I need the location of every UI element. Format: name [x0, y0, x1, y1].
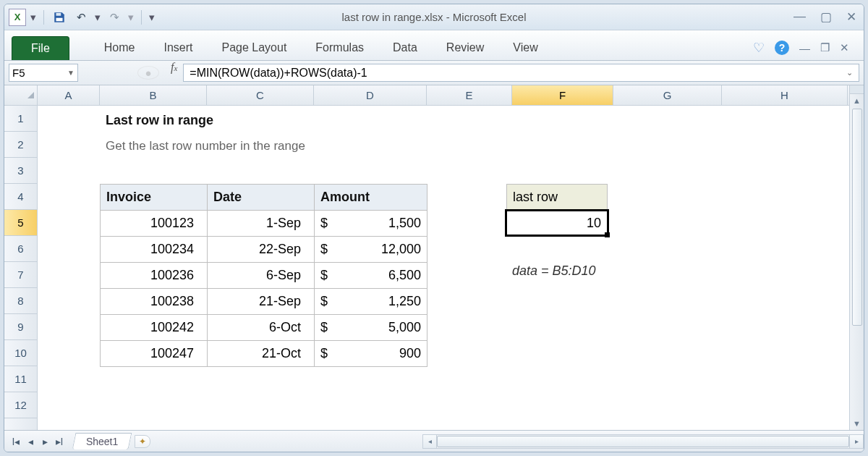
new-sheet-button[interactable]: ✦: [135, 435, 150, 448]
table-row[interactable]: 1002366-Sep$6,500: [101, 263, 427, 289]
cell-invoice[interactable]: 100242: [101, 315, 208, 341]
scroll-up-icon[interactable]: ▲: [850, 94, 864, 107]
ribbon-tab-home[interactable]: Home: [90, 35, 150, 60]
result-label-cell[interactable]: last row: [506, 184, 608, 210]
mdi-minimize-button[interactable]: ―: [799, 42, 810, 54]
cell-invoice[interactable]: 100238: [101, 289, 208, 315]
name-box[interactable]: F5 ▼: [9, 64, 78, 82]
table-header[interactable]: Date: [208, 185, 315, 211]
table-row[interactable]: 1002426-Oct$5,000: [101, 315, 427, 341]
cell-date[interactable]: 22-Sep: [208, 237, 315, 263]
next-sheet-button[interactable]: ▸: [38, 436, 52, 447]
ribbon-tab-page-layout[interactable]: Page Layout: [207, 35, 301, 60]
data-table: Invoice Date Amount 1001231-Sep$1,500100…: [100, 184, 427, 367]
mdi-close-button[interactable]: ✕: [840, 41, 849, 54]
sheet-tab-bar: I◂ ◂ ▸ ▸I Sheet1 ✦ ◂ ▸: [4, 430, 864, 452]
column-header-G[interactable]: G: [613, 85, 722, 105]
split-box[interactable]: [850, 85, 864, 94]
undo-dropdown-icon[interactable]: ▾: [93, 11, 102, 24]
row-header-9[interactable]: 9: [4, 314, 37, 340]
close-button[interactable]: ✕: [846, 9, 856, 25]
mdi-restore-button[interactable]: ❐: [820, 41, 830, 54]
named-range-note: data = B5:D10: [506, 263, 602, 279]
save-button[interactable]: [50, 9, 69, 26]
cell-amount[interactable]: $1,250: [315, 289, 427, 315]
table-row[interactable]: 1001231-Sep$1,500: [101, 211, 427, 237]
table-row[interactable]: 10023821-Sep$1,250: [101, 289, 427, 315]
vertical-scrollbar[interactable]: ▲ ▼: [849, 85, 864, 430]
first-sheet-button[interactable]: I◂: [9, 436, 23, 447]
hscroll-thumb[interactable]: [437, 436, 849, 447]
active-cell[interactable]: 10: [505, 209, 609, 237]
row-header-8[interactable]: 8: [4, 288, 37, 314]
spreadsheet-grid[interactable]: ABCDEFGH 123456789101112 Last row in ran…: [4, 85, 864, 430]
cell-amount[interactable]: $12,000: [315, 237, 427, 263]
minimize-button[interactable]: ―: [793, 9, 806, 25]
quick-access-toolbar: X ▾ ↶ ▾ ↷ ▾ ▾: [9, 9, 156, 26]
row-header-12[interactable]: 12: [4, 392, 37, 418]
select-all-corner[interactable]: [4, 85, 38, 106]
qat-dropdown-icon[interactable]: ▾: [29, 11, 38, 24]
scroll-right-icon[interactable]: ▸: [849, 434, 864, 449]
row-header-3[interactable]: 3: [4, 158, 37, 184]
table-row[interactable]: 10024721-Oct$900: [101, 341, 427, 367]
undo-button[interactable]: ↶: [72, 9, 90, 26]
row-header-2[interactable]: 2: [4, 132, 37, 158]
cell-date[interactable]: 6-Oct: [208, 315, 315, 341]
cell-date[interactable]: 21-Sep: [208, 289, 315, 315]
row-header-11[interactable]: 11: [4, 366, 37, 392]
column-header-C[interactable]: C: [207, 85, 314, 105]
cell-invoice[interactable]: 100247: [101, 341, 208, 367]
cell-date[interactable]: 21-Oct: [208, 341, 315, 367]
row-header-6[interactable]: 6: [4, 236, 37, 262]
customize-qat-icon[interactable]: ▾: [148, 11, 156, 24]
name-box-dropdown-icon[interactable]: ▼: [67, 69, 75, 77]
column-header-F[interactable]: F: [512, 85, 613, 105]
cell-invoice[interactable]: 100123: [101, 211, 208, 237]
formula-input[interactable]: =MIN(ROW(data))+ROWS(data)-1 ⌄: [183, 64, 859, 82]
ribbon-tab-review[interactable]: Review: [432, 35, 498, 60]
fx-icon[interactable]: fx: [165, 61, 183, 85]
horizontal-scrollbar[interactable]: ◂ ▸: [422, 434, 864, 449]
help-icon[interactable]: ?: [775, 41, 789, 55]
column-header-E[interactable]: E: [427, 85, 512, 105]
row-header-10[interactable]: 10: [4, 340, 37, 366]
cell-amount[interactable]: $5,000: [315, 315, 427, 341]
ribbon-tab-view[interactable]: View: [498, 35, 552, 60]
scroll-thumb[interactable]: [852, 109, 862, 326]
scroll-down-icon[interactable]: ▼: [850, 417, 864, 430]
maximize-button[interactable]: ▢: [820, 9, 832, 25]
cell-date[interactable]: 1-Sep: [208, 211, 315, 237]
row-header-1[interactable]: 1: [4, 106, 37, 132]
file-tab[interactable]: File: [12, 36, 69, 60]
sheet-tab[interactable]: Sheet1: [72, 433, 132, 449]
excel-icon[interactable]: X: [9, 9, 26, 26]
row-header-5[interactable]: 5: [4, 210, 37, 236]
table-row[interactable]: 10023422-Sep$12,000: [101, 237, 427, 263]
cell-amount[interactable]: $900: [315, 341, 427, 367]
cell-date[interactable]: 6-Sep: [208, 263, 315, 289]
table-header[interactable]: Amount: [315, 185, 427, 211]
column-header-D[interactable]: D: [314, 85, 427, 105]
expand-formula-bar-icon[interactable]: ⌄: [846, 68, 853, 77]
ribbon-tab-formulas[interactable]: Formulas: [301, 35, 378, 60]
scroll-left-icon[interactable]: ◂: [422, 434, 437, 449]
prev-sheet-button[interactable]: ◂: [23, 436, 38, 447]
ribbon-tab-data[interactable]: Data: [378, 35, 432, 60]
table-header[interactable]: Invoice: [101, 185, 208, 211]
column-header-H[interactable]: H: [722, 85, 848, 105]
ribbon-tab-insert[interactable]: Insert: [149, 35, 207, 60]
column-header-B[interactable]: B: [100, 85, 207, 105]
cell-invoice[interactable]: 100234: [101, 237, 208, 263]
row-header-7[interactable]: 7: [4, 262, 37, 288]
svg-rect-0: [56, 13, 61, 16]
redo-button[interactable]: ↷: [105, 9, 124, 26]
cell-invoice[interactable]: 100236: [101, 263, 208, 289]
cell-amount[interactable]: $6,500: [315, 263, 427, 289]
ribbon-options-icon[interactable]: ♡: [753, 40, 765, 56]
last-sheet-button[interactable]: ▸I: [52, 436, 67, 447]
cell-amount[interactable]: $1,500: [315, 211, 427, 237]
row-header-4[interactable]: 4: [4, 184, 37, 210]
column-header-A[interactable]: A: [38, 85, 100, 105]
redo-dropdown-icon[interactable]: ▾: [127, 11, 135, 24]
